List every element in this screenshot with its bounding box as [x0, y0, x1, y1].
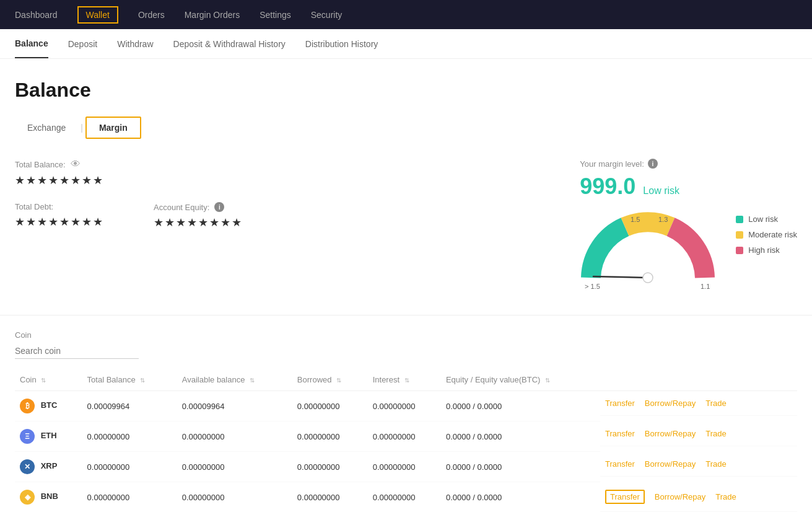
cell-interest-bnb: 0.00000000	[368, 482, 441, 513]
nav-dashboard[interactable]: Dashboard	[15, 7, 58, 22]
svg-line-0	[593, 276, 648, 278]
tab-divider: |	[81, 123, 83, 133]
cell-total-balance-eth: 0.00000000	[82, 422, 177, 452]
margin-level-label: Your margin level: i	[580, 159, 658, 169]
borrow-repay-link-bnb[interactable]: Borrow/Repay	[655, 492, 705, 501]
cell-borrowed-bnb: 0.00000000	[292, 482, 368, 513]
total-debt-field: Total Debt: ★★★★★★★★	[15, 202, 104, 229]
top-nav: Dashboard Wallet Orders Margin Orders Se…	[0, 0, 812, 29]
cell-coin-xrp: ✕ XRP	[15, 452, 82, 482]
sub-nav: Balance Deposit Withdraw Deposit & Withd…	[0, 29, 812, 59]
sort-total-balance-icon[interactable]: ⇅	[140, 377, 145, 384]
table-row: ✕ XRP 0.00000000 0.00000000 0.00000000 0…	[15, 452, 797, 482]
margin-meter: Your margin level: i 999.0 Low risk	[580, 159, 797, 290]
subnav-distribution-history[interactable]: Distribution History	[305, 30, 378, 58]
cell-total-balance-bnb: 0.00000000	[82, 482, 177, 513]
section-divider	[0, 315, 812, 316]
table-row: ₿ BTC 0.00009964 0.00009964 0.00000000 0…	[15, 391, 797, 422]
col-total-balance: Total Balance ⇅	[82, 369, 177, 391]
coin-name-xrp: XRP	[41, 461, 58, 470]
sort-coin-icon[interactable]: ⇅	[41, 377, 46, 384]
trade-link-xrp[interactable]: Trade	[705, 459, 726, 469]
xrp-icon: ✕	[20, 459, 35, 474]
cell-available-balance-eth: 0.00000000	[177, 422, 292, 452]
sort-equity-icon[interactable]: ⇅	[545, 377, 550, 384]
legend-moderate-risk-label: Moderate risk	[748, 230, 797, 239]
borrow-repay-link-xrp[interactable]: Borrow/Repay	[645, 459, 696, 469]
cell-actions-xrp: Transfer Borrow/Repay Trade	[600, 452, 797, 477]
total-balance-value: ★★★★★★★★	[15, 174, 243, 187]
table-row: Ξ ETH 0.00000000 0.00000000 0.00000000 0…	[15, 422, 797, 452]
cell-coin-bnb: ◈ BNB	[15, 482, 82, 513]
cell-borrowed-xrp: 0.00000000	[292, 452, 368, 482]
sort-available-balance-icon[interactable]: ⇅	[250, 377, 255, 384]
col-actions	[600, 369, 797, 391]
legend-high-risk: High risk	[736, 245, 797, 255]
svg-text:> 1.5: > 1.5	[585, 283, 600, 290]
main-content: Balance Exchange | Margin Total Balance:…	[0, 59, 812, 512]
legend-dot-yellow	[736, 231, 743, 239]
table-header: Coin ⇅ Total Balance ⇅ Available balance…	[15, 369, 797, 391]
exchange-tab[interactable]: Exchange	[15, 118, 78, 138]
borrow-repay-link-btc[interactable]: Borrow/Repay	[645, 399, 696, 408]
nav-wallet[interactable]: Wallet	[77, 6, 118, 24]
transfer-link-bnb[interactable]: Transfer	[605, 490, 645, 504]
balance-left: Total Balance: 👁 ★★★★★★★★ Total Debt: ★★…	[15, 159, 243, 244]
transfer-link-btc[interactable]: Transfer	[605, 399, 635, 408]
table-body: ₿ BTC 0.00009964 0.00009964 0.00000000 0…	[15, 391, 797, 513]
coin-table: Coin ⇅ Total Balance ⇅ Available balance…	[15, 369, 797, 512]
cell-equity-eth: 0.0000 / 0.0000	[441, 422, 600, 452]
account-equity-info-icon[interactable]: i	[214, 202, 224, 212]
balance-tabs: Exchange | Margin	[15, 117, 797, 139]
col-coin: Coin ⇅	[15, 369, 82, 391]
transfer-link-eth[interactable]: Transfer	[605, 429, 635, 438]
sort-interest-icon[interactable]: ⇅	[404, 377, 409, 384]
account-equity-label: Account Equity: i	[154, 202, 243, 212]
hide-balance-icon[interactable]: 👁	[71, 159, 81, 170]
col-available-balance: Available balance ⇅	[177, 369, 292, 391]
cell-actions-btc: Transfer Borrow/Repay Trade	[600, 391, 797, 416]
btc-icon: ₿	[20, 399, 35, 413]
legend-moderate-risk: Moderate risk	[736, 230, 797, 239]
margin-info-icon[interactable]: i	[648, 159, 658, 169]
svg-text:1.1: 1.1	[701, 283, 710, 290]
nav-security[interactable]: Security	[311, 7, 343, 22]
svg-point-1	[643, 273, 653, 283]
margin-tab[interactable]: Margin	[85, 117, 141, 139]
eth-icon: Ξ	[20, 429, 35, 444]
borrow-repay-link-eth[interactable]: Borrow/Repay	[645, 429, 696, 438]
cell-equity-btc: 0.0000 / 0.0000	[441, 391, 600, 422]
subnav-balance[interactable]: Balance	[15, 30, 48, 58]
search-input[interactable]	[15, 343, 139, 359]
margin-number: 999.0	[580, 174, 635, 200]
margin-level-value: 999.0 Low risk	[580, 174, 679, 200]
margin-risk-text: Low risk	[643, 185, 679, 196]
total-balance-label: Total Balance: 👁	[15, 159, 243, 170]
coin-name-btc: BTC	[41, 400, 58, 410]
legend: Low risk Moderate risk High risk	[736, 214, 797, 255]
coin-search-section: Coin	[15, 330, 797, 359]
legend-low-risk-label: Low risk	[748, 214, 778, 224]
nav-orders[interactable]: Orders	[138, 7, 165, 22]
account-equity-field: Account Equity: i ★★★★★★★★	[154, 202, 243, 229]
sort-borrowed-icon[interactable]: ⇅	[336, 377, 341, 384]
subnav-deposit-withdrawal-history[interactable]: Deposit & Withdrawal History	[173, 30, 286, 58]
trade-link-btc[interactable]: Trade	[705, 399, 726, 408]
col-equity: Equity / Equity value(BTC) ⇅	[441, 369, 600, 391]
trade-link-eth[interactable]: Trade	[705, 429, 726, 438]
cell-borrowed-btc: 0.00000000	[292, 391, 368, 422]
trade-link-bnb[interactable]: Trade	[715, 492, 736, 501]
nav-settings[interactable]: Settings	[260, 7, 291, 22]
svg-text:1.3: 1.3	[658, 216, 668, 223]
total-balance-field: Total Balance: 👁 ★★★★★★★★	[15, 159, 243, 187]
subnav-withdraw[interactable]: Withdraw	[117, 30, 153, 58]
legend-dot-red	[736, 247, 743, 254]
cell-interest-eth: 0.00000000	[368, 422, 441, 452]
legend-high-risk-label: High risk	[748, 245, 780, 255]
nav-margin-orders[interactable]: Margin Orders	[185, 7, 240, 22]
gauge-container: > 1.5 1.5 1.3 1.1 Low risk Moderate risk	[580, 210, 797, 290]
subnav-deposit[interactable]: Deposit	[68, 30, 97, 58]
account-equity-value: ★★★★★★★★	[154, 216, 243, 229]
transfer-link-xrp[interactable]: Transfer	[605, 459, 635, 469]
balance-section: Total Balance: 👁 ★★★★★★★★ Total Debt: ★★…	[15, 159, 797, 290]
